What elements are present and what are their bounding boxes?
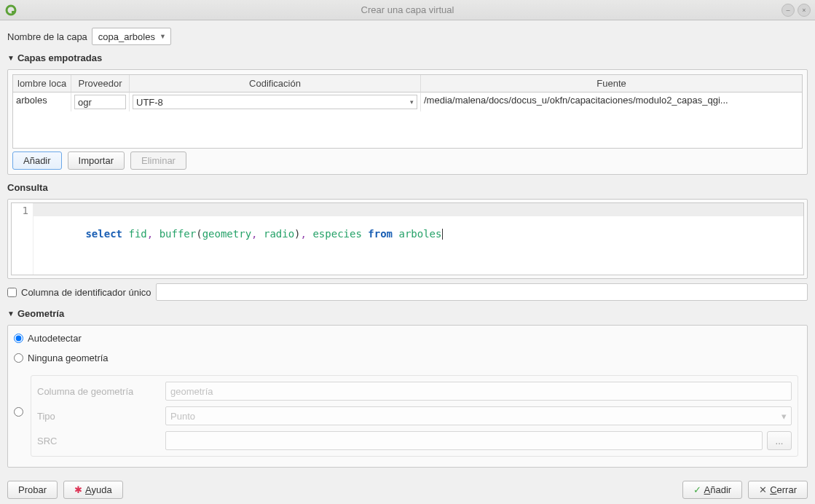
table-row[interactable]: arboles ogr UTF-8 ▾ /media/malena/docs/d… bbox=[13, 92, 802, 111]
add-button[interactable]: ✓ Añadir bbox=[682, 481, 743, 499]
chevron-down-icon: ▾ bbox=[410, 98, 414, 106]
cell-encoding[interactable]: UTF-8 ▾ bbox=[130, 92, 421, 111]
geom-type-row: Tipo Punto ▾ bbox=[37, 406, 792, 425]
uid-column-input[interactable] bbox=[156, 283, 808, 301]
th-source[interactable]: Fuente bbox=[421, 75, 802, 92]
close-icon: ✕ bbox=[759, 484, 767, 495]
test-button[interactable]: Probar bbox=[7, 481, 58, 499]
query-heading: Consulta bbox=[7, 179, 808, 194]
dialog-footer: Probar ✱ Ayuda ✓ Añadir ✕ Cerrar bbox=[0, 475, 815, 504]
triangle-down-icon: ▼ bbox=[7, 310, 15, 318]
line-gutter: 1 bbox=[12, 203, 34, 275]
current-line-highlight bbox=[34, 203, 803, 216]
geom-none-label: Ninguna geometría bbox=[28, 353, 109, 363]
geom-none-radio[interactable] bbox=[14, 353, 23, 363]
geom-column-label: Columna de geometría bbox=[37, 386, 161, 397]
triangle-down-icon: ▼ bbox=[7, 54, 15, 62]
geom-autodetect-label: Autodetectar bbox=[28, 333, 82, 344]
layer-name-value: copa_arboles bbox=[98, 31, 155, 42]
embedded-layers-panel: lombre loca Proveedor Codificación Fuent… bbox=[7, 69, 808, 175]
geom-type-combo[interactable]: Punto ▾ bbox=[165, 406, 792, 425]
titlebar: Crear una capa virtual – × bbox=[0, 0, 815, 20]
th-local-name[interactable]: lombre loca bbox=[13, 75, 71, 92]
sql-editor[interactable]: 1 select fid, buffer(geometry, radio), e… bbox=[11, 202, 804, 275]
geom-autodetect-row: Autodetectar bbox=[12, 330, 803, 347]
geom-autodetect-radio[interactable] bbox=[14, 334, 23, 343]
chevron-down-icon: ▼ bbox=[160, 33, 166, 40]
geometry-label: Geometría bbox=[17, 308, 64, 319]
text-cursor bbox=[442, 229, 443, 240]
layer-name-combo[interactable]: copa_arboles ▼ bbox=[92, 28, 171, 45]
provider-combo[interactable]: ogr bbox=[74, 95, 126, 109]
geom-crs-row: SRC ... bbox=[37, 431, 792, 450]
layer-name-label: Nombre de la capa bbox=[7, 31, 87, 42]
query-panel: 1 select fid, buffer(geometry, radio), e… bbox=[7, 199, 808, 279]
geom-column-input[interactable]: geometría bbox=[165, 382, 792, 401]
table-empty-area bbox=[13, 111, 802, 148]
table-header-row: lombre loca Proveedor Codificación Fuent… bbox=[13, 75, 802, 92]
window-title: Crear una capa virtual bbox=[0, 4, 815, 15]
help-button[interactable]: ✱ Ayuda bbox=[63, 481, 123, 499]
geom-type-label: Tipo bbox=[37, 411, 161, 422]
encoding-combo[interactable]: UTF-8 ▾ bbox=[133, 95, 417, 109]
embedded-layers-label: Capas empotradas bbox=[17, 52, 102, 63]
embedded-layers-header[interactable]: ▼ Capas empotradas bbox=[7, 50, 808, 65]
geom-manual-sub: Columna de geometría geometría Tipo Punt… bbox=[31, 375, 798, 457]
add-layer-button[interactable]: Añadir bbox=[12, 151, 62, 170]
cell-provider[interactable]: ogr bbox=[71, 92, 130, 111]
cell-source[interactable]: /media/malena/docs/docus_u/okfn/capacita… bbox=[421, 92, 802, 111]
geom-none-row: Ninguna geometría bbox=[12, 350, 803, 366]
delete-layer-button: Eliminar bbox=[130, 151, 186, 170]
geom-manual-radio[interactable] bbox=[14, 407, 23, 417]
embedded-layers-table: lombre loca Proveedor Codificación Fuent… bbox=[12, 74, 803, 149]
cell-name[interactable]: arboles bbox=[13, 92, 71, 111]
help-icon: ✱ bbox=[74, 484, 82, 495]
geom-column-row: Columna de geometría geometría bbox=[37, 382, 792, 401]
geometry-header[interactable]: ▼ Geometría bbox=[7, 305, 808, 320]
uid-column-row: Columna de identificador único bbox=[7, 283, 808, 301]
layer-name-row: Nombre de la capa copa_arboles ▼ bbox=[7, 28, 808, 45]
import-layer-button[interactable]: Importar bbox=[68, 151, 125, 170]
th-provider[interactable]: Proveedor bbox=[71, 75, 130, 92]
embedded-layers-buttons: Añadir Importar Eliminar bbox=[12, 151, 803, 170]
chevron-down-icon: ▾ bbox=[781, 411, 787, 422]
geom-crs-input[interactable] bbox=[165, 431, 763, 450]
th-encoding[interactable]: Codificación bbox=[130, 75, 421, 92]
uid-column-checkbox[interactable] bbox=[7, 288, 17, 297]
sql-code[interactable]: select fid, buffer(geometry, radio), esp… bbox=[34, 203, 803, 275]
check-icon: ✓ bbox=[693, 484, 701, 495]
geom-crs-label: SRC bbox=[37, 436, 161, 446]
close-button[interactable]: ✕ Cerrar bbox=[748, 481, 808, 499]
geometry-panel: Autodetectar Ninguna geometría Columna d… bbox=[7, 325, 808, 468]
uid-column-label: Columna de identificador único bbox=[21, 287, 151, 298]
geom-crs-browse-button[interactable]: ... bbox=[767, 431, 792, 450]
geom-manual-row: Columna de geometría geometría Tipo Punt… bbox=[12, 369, 803, 462]
